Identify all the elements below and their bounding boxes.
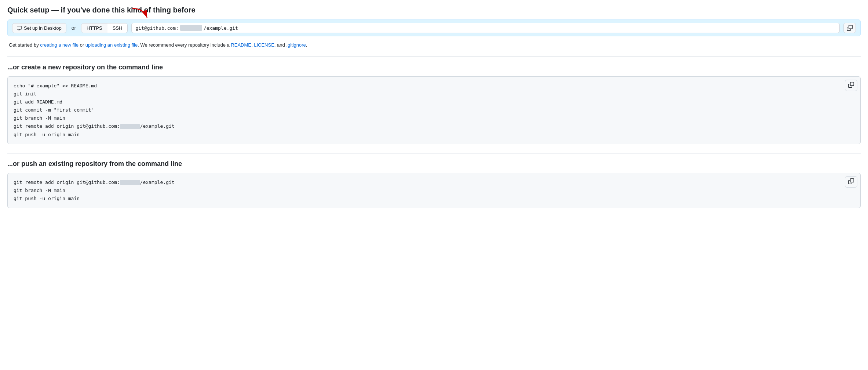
or-separator: or [72, 25, 76, 31]
code-line-9: git branch -M main [14, 186, 854, 195]
username-redacted-2 [120, 180, 140, 185]
create-new-code-block: echo "# example" >> README.md git init g… [7, 76, 861, 144]
page-wrapper: Quick setup — if you've done this kind o… [0, 0, 868, 370]
upload-existing-link[interactable]: uploading an existing file [85, 42, 138, 48]
create-new-title: ...or create a new repository on the com… [7, 64, 861, 71]
copy-icon [847, 25, 853, 31]
push-existing-title: ...or push an existing repository from t… [7, 160, 861, 168]
readme-link[interactable]: README [231, 42, 251, 48]
info-text-and: , and [274, 42, 287, 48]
code-line-4: git commit -m "first commit" [14, 106, 854, 114]
info-line: Get started by creating a new file or up… [7, 40, 861, 50]
url-field[interactable]: git@github.com: /example.git [131, 23, 840, 33]
https-button[interactable]: HTTPS [81, 23, 107, 33]
create-new-section: ...or create a new repository on the com… [7, 64, 861, 144]
page-title: Quick setup — if you've done this kind o… [7, 6, 861, 14]
desktop-icon [17, 25, 22, 30]
code-line-3: git add README.md [14, 98, 854, 106]
info-text-after: . We recommend every repository include … [138, 42, 231, 48]
code-line-1: echo "# example" >> README.md [14, 82, 854, 90]
copy-url-button[interactable] [843, 23, 856, 33]
desktop-button-label: Set up in Desktop [24, 25, 62, 31]
copy-icon-1 [848, 82, 854, 88]
copy-code-button-1[interactable] [845, 80, 857, 91]
info-period: . [306, 42, 307, 48]
divider-1 [7, 57, 861, 57]
username-redacted-1 [120, 124, 140, 129]
protocol-group: HTTPS SSH [81, 23, 128, 33]
info-text-before: Get started by [9, 42, 40, 48]
create-new-file-link[interactable]: creating a new file [40, 42, 79, 48]
code-line-10: git push -u origin main [14, 195, 854, 203]
code-line-6: git remote add origin git@github.com:/ex… [14, 122, 854, 130]
url-suffix: /example.git [204, 25, 238, 31]
code-line-2: git init [14, 90, 854, 98]
divider-2 [7, 153, 861, 153]
code-line-8: git remote add origin git@github.com:/ex… [14, 178, 854, 186]
code-line-5: git branch -M main [14, 114, 854, 122]
push-existing-section: ...or push an existing repository from t… [7, 160, 861, 208]
code-line-7: git push -u origin main [14, 131, 854, 139]
license-link[interactable]: LICENSE [254, 42, 274, 48]
url-username-redacted [180, 25, 202, 31]
url-prefix: git@github.com: [135, 25, 178, 31]
setup-bar: Set up in Desktop or HTTPS SSH git@githu… [7, 19, 861, 36]
push-existing-code-block: git remote add origin git@github.com:/ex… [7, 173, 861, 208]
copy-code-button-2[interactable] [845, 176, 857, 188]
copy-icon-2 [848, 178, 854, 184]
ssh-button[interactable]: SSH [107, 23, 128, 33]
setup-desktop-button[interactable]: Set up in Desktop [12, 23, 66, 33]
info-text-middle: or [79, 42, 85, 48]
gitignore-link[interactable]: .gitignore [286, 42, 306, 48]
